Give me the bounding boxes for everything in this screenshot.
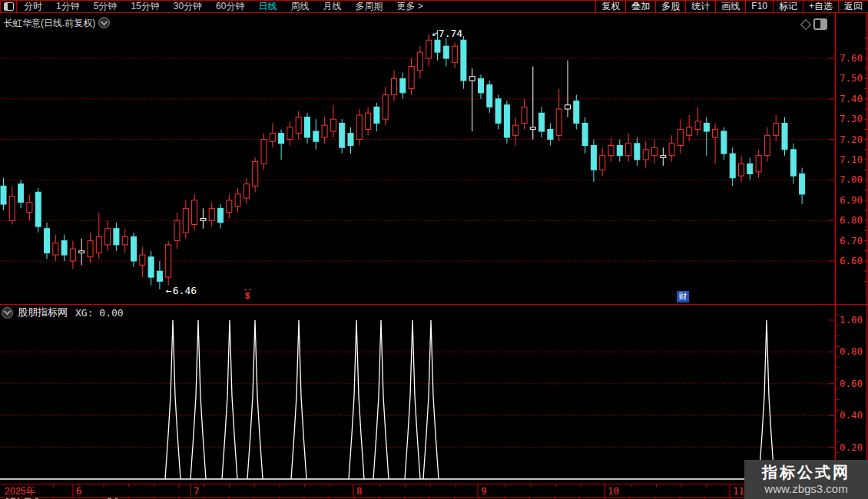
candle-body	[522, 107, 527, 123]
chevron-down-icon[interactable]	[98, 17, 110, 28]
candle-body	[747, 164, 753, 173]
candle-body	[643, 150, 648, 160]
candle-body	[426, 40, 432, 58]
indicator-tick-label: 0.60	[840, 378, 863, 389]
indicator-tick-label: 0.20	[840, 441, 863, 453]
month-label: 7	[194, 485, 200, 497]
candle-body	[479, 78, 484, 92]
chart-canvas[interactable]: 7.607.507.407.307.207.107.006.906.806.70…	[0, 0, 868, 499]
candle-body	[261, 140, 267, 164]
candle-body	[513, 125, 518, 135]
xg-spike	[349, 320, 364, 479]
xg-spike	[190, 320, 206, 479]
candle-body	[70, 249, 75, 261]
xg-spike	[222, 320, 237, 479]
candle-body	[270, 134, 275, 142]
candle-body	[469, 77, 475, 81]
toolbar-button-复权[interactable]: 复权	[595, 1, 625, 12]
period-tab-1分钟[interactable]: 1分钟	[49, 1, 87, 12]
candle-body	[721, 131, 727, 154]
candle-body	[330, 119, 336, 131]
arrow-left-icon: ←	[166, 285, 172, 296]
toolbar-button-标记[interactable]: 标记	[773, 1, 803, 12]
period-tab-多周期[interactable]: 多周期	[348, 1, 389, 12]
candle-body	[704, 123, 709, 131]
candle-body	[227, 200, 232, 213]
ex-rights-marker[interactable]: $	[243, 289, 252, 300]
year-label: 2025年	[5, 486, 35, 497]
candle-body	[695, 121, 701, 130]
candle-body	[443, 46, 449, 58]
period-tab-月线[interactable]: 月线	[316, 1, 348, 12]
candle-body	[174, 220, 180, 240]
candle-body	[756, 156, 761, 172]
financial-report-marker[interactable]: 财	[677, 291, 689, 302]
watermark-url: www.zbgs3.com	[764, 481, 847, 496]
candle-body	[200, 219, 206, 221]
toolbar-button-多股[interactable]: 多股	[655, 1, 685, 12]
period-tab-60分钟[interactable]: 60分钟	[209, 1, 251, 12]
candle-body	[45, 229, 50, 253]
layout-toggle-button[interactable]	[0, 1, 17, 12]
period-tab-分时[interactable]: 分时	[17, 1, 49, 12]
indicator-name: 股朋指标网	[18, 306, 68, 319]
candle-body	[61, 241, 67, 255]
candle-body	[764, 135, 770, 155]
candle-body	[435, 40, 440, 52]
candle-body	[608, 146, 614, 156]
candle-body	[383, 95, 388, 120]
chevron-down-icon[interactable]	[2, 307, 13, 319]
candle-body	[96, 236, 101, 253]
candle-body	[626, 144, 631, 156]
candle-body	[392, 78, 397, 94]
period-tab-5分钟[interactable]: 5分钟	[87, 1, 124, 12]
candle-body	[687, 127, 692, 136]
candle-body	[79, 251, 84, 253]
candle-body	[374, 107, 379, 123]
candle-body	[279, 134, 284, 144]
candle-body	[157, 271, 162, 281]
price-tick-label: 6.60	[840, 255, 863, 266]
candle-body	[313, 131, 319, 141]
candle-body	[452, 46, 458, 62]
candle-body	[296, 117, 301, 134]
period-tab-更多 >[interactable]: 更多 >	[389, 1, 429, 12]
candle-body	[35, 192, 41, 226]
low-annotation: ← 6.46	[166, 285, 197, 296]
xg-spike	[247, 320, 263, 479]
period-tab-30分钟[interactable]: 30分钟	[167, 1, 209, 12]
candle-body	[356, 115, 362, 140]
period-tab-15分钟[interactable]: 15分钟	[124, 1, 166, 12]
price-tick-label: 7.20	[840, 134, 863, 145]
toolbar-button-叠加[interactable]: 叠加	[625, 1, 655, 12]
period-tab-日线[interactable]: 日线	[251, 1, 283, 12]
candle-body	[1, 186, 6, 204]
period-tab-周线[interactable]: 周线	[283, 1, 316, 12]
indicator-tick-label: 0.40	[840, 409, 863, 421]
toolbar-button-画线[interactable]: 画线	[715, 1, 745, 12]
xg-spike	[373, 320, 389, 479]
candle-body	[600, 156, 605, 170]
toolbar-button-F10[interactable]: F10	[745, 1, 773, 12]
candle-body	[739, 164, 744, 176]
month-label: 11	[733, 485, 744, 497]
toolbar-button-+自选[interactable]: +自选	[803, 1, 838, 12]
candle-body	[556, 109, 562, 135]
toolbar-button-返回[interactable]: 返回	[838, 1, 868, 12]
candle-body	[652, 147, 658, 156]
candle-body	[366, 113, 371, 129]
candle-body	[417, 52, 422, 71]
candle-body	[183, 208, 188, 233]
candle-body	[9, 197, 15, 221]
candle-body	[192, 200, 197, 225]
candle-body	[105, 229, 111, 245]
xg-spike	[405, 320, 420, 479]
price-tick-label: 7.10	[840, 154, 863, 165]
indicator-header: 股朋指标网 XG: 0.00	[2, 306, 124, 319]
indicator-value: XG: 0.00	[75, 307, 124, 319]
toolbar-button-统计[interactable]: 统计	[685, 1, 715, 12]
period-toolbar: 分时1分钟5分钟15分钟30分钟60分钟日线周线月线多周期更多 >	[0, 1, 430, 12]
candle-body	[209, 208, 214, 220]
candle-body	[114, 229, 119, 245]
candle-body	[574, 101, 579, 123]
